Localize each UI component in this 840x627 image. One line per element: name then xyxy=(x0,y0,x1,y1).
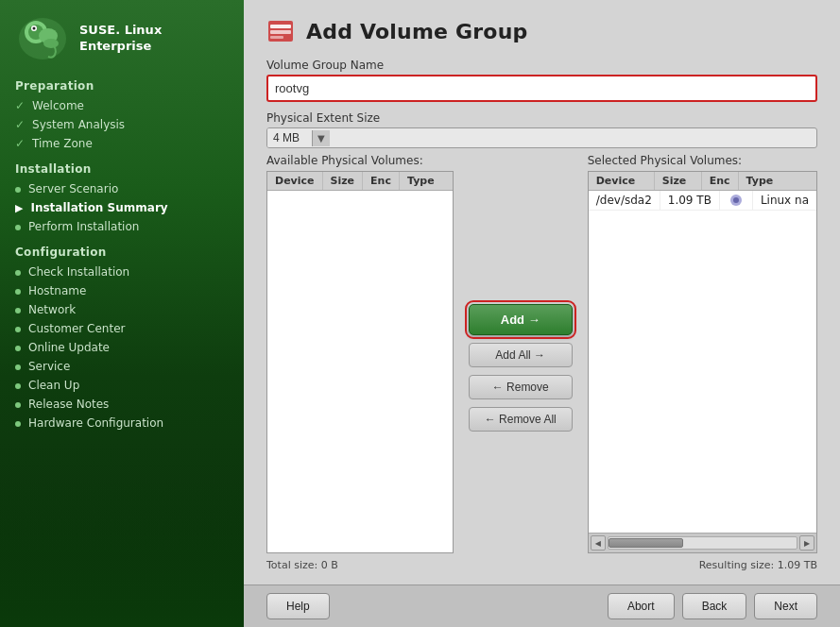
available-volumes-table[interactable]: Device Size Enc Type xyxy=(266,171,454,553)
installation-section-title: Installation xyxy=(0,153,244,179)
sidebar-item-label: Network xyxy=(28,303,76,316)
sidebar-item-perform-installation[interactable]: Perform Installation xyxy=(0,217,244,236)
selected-cell-enc xyxy=(720,191,753,210)
sidebar-item-label: Welcome xyxy=(32,99,84,112)
dot-icon xyxy=(15,265,21,279)
arrow-icon: ▶ xyxy=(15,202,23,214)
extent-size-label: Physical Extent Size xyxy=(266,111,817,125)
sidebar-item-label: Perform Installation xyxy=(28,220,139,233)
sidebar-item-service[interactable]: Service xyxy=(0,357,244,376)
selected-col-enc[interactable]: Enc xyxy=(702,172,739,190)
vg-name-input[interactable] xyxy=(269,77,477,99)
remove-button[interactable]: ← Remove xyxy=(469,375,573,399)
available-volumes-header: Device Size Enc Type xyxy=(267,172,453,191)
sidebar-decoration xyxy=(0,476,244,627)
brand-text: SUSE. Linux Enterprise xyxy=(79,23,162,55)
total-size-value: 0 B xyxy=(321,559,338,571)
dot-icon xyxy=(15,341,21,354)
selected-col-type[interactable]: Type xyxy=(739,172,781,190)
page-title: Add Volume Group xyxy=(306,20,527,43)
middle-buttons: Add → Add All → ← Remove ← Remove All xyxy=(454,154,588,553)
selected-col-size[interactable]: Size xyxy=(655,172,702,190)
sidebar-item-server-scenario[interactable]: Server Scenario xyxy=(0,179,244,198)
scrollbar-thumb xyxy=(609,538,684,548)
sidebar-item-installation-summary[interactable]: ▶ Installation Summary xyxy=(0,198,244,217)
linux-icon xyxy=(728,194,745,207)
selected-volumes-body: /dev/sda2 1.09 TB Linux na xyxy=(589,191,816,408)
available-volumes-panel: Available Physical Volumes: Device Size … xyxy=(266,154,454,553)
sidebar-item-label: Hostname xyxy=(28,284,86,297)
sidebar-item-hostname[interactable]: Hostname xyxy=(0,281,244,300)
main-content: Add Volume Group Volume Group Name Physi… xyxy=(244,0,840,585)
selected-vol-row[interactable]: /dev/sda2 1.09 TB Linux na xyxy=(589,191,816,211)
selected-cell-device: /dev/sda2 xyxy=(589,191,660,210)
brand-line1: SUSE. Linux xyxy=(79,23,162,39)
selected-col-device[interactable]: Device xyxy=(589,172,655,190)
svg-rect-9 xyxy=(270,30,291,34)
page-header: Add Volume Group xyxy=(266,17,817,45)
sidebar-item-label: System Analysis xyxy=(32,118,125,131)
horizontal-scrollbar[interactable]: ◀ ▶ xyxy=(589,533,816,552)
add-button[interactable]: Add → xyxy=(469,304,573,335)
available-volumes-body xyxy=(267,191,453,408)
configuration-section-title: Configuration xyxy=(0,236,244,263)
sidebar-item-welcome[interactable]: ✓ Welcome xyxy=(0,96,244,115)
next-button[interactable]: Next xyxy=(754,593,817,619)
sidebar-item-label: Check Installation xyxy=(28,265,129,279)
sidebar-item-label: Server Scenario xyxy=(28,182,118,195)
sidebar-item-hardware-configuration[interactable]: Hardware Configuration xyxy=(0,414,244,432)
dot-icon xyxy=(15,398,21,411)
volume-group-icon xyxy=(266,17,295,45)
form-section: Volume Group Name Physical Extent Size 1… xyxy=(266,59,817,148)
checkmark-icon: ✓ xyxy=(15,118,25,131)
sidebar-item-clean-up[interactable]: Clean Up xyxy=(0,376,244,395)
checkmark-icon: ✓ xyxy=(15,99,25,112)
selected-volumes-header: Device Size Enc Type xyxy=(589,172,816,191)
scrollbar-track[interactable] xyxy=(608,536,797,550)
total-size-label: Total size: xyxy=(266,559,317,571)
available-volumes-title: Available Physical Volumes: xyxy=(266,154,454,167)
dot-icon xyxy=(15,416,21,430)
dot-icon xyxy=(15,182,21,195)
sidebar-item-system-analysis[interactable]: ✓ System Analysis xyxy=(0,115,244,134)
scrollbar-right-arrow[interactable]: ▶ xyxy=(799,535,814,551)
remove-all-button[interactable]: ← Remove All xyxy=(469,407,573,432)
available-col-device[interactable]: Device xyxy=(267,172,323,190)
selected-volumes-title: Selected Physical Volumes: xyxy=(588,154,817,167)
vg-name-label: Volume Group Name xyxy=(266,59,817,72)
suse-logo-icon xyxy=(15,15,70,62)
available-col-enc[interactable]: Enc xyxy=(363,172,400,190)
sidebar-item-network[interactable]: Network xyxy=(0,300,244,319)
back-button[interactable]: Back xyxy=(682,593,747,619)
footer-right-buttons: Abort Back Next xyxy=(608,593,817,619)
checkmark-icon: ✓ xyxy=(15,137,25,150)
dot-icon xyxy=(15,284,21,297)
sidebar-item-label: Online Update xyxy=(28,341,110,354)
sidebar-item-customer-center[interactable]: Customer Center xyxy=(0,319,244,338)
selected-cell-size: 1.09 TB xyxy=(660,191,720,210)
available-col-type[interactable]: Type xyxy=(400,172,442,190)
volumes-area: Available Physical Volumes: Device Size … xyxy=(266,154,817,553)
extent-size-select[interactable]: 1 MB 2 MB 4 MB 8 MB 16 MB 32 MB xyxy=(267,128,312,147)
sidebar-item-online-update[interactable]: Online Update xyxy=(0,338,244,357)
sidebar-item-check-installation[interactable]: Check Installation xyxy=(0,263,244,281)
available-col-size[interactable]: Size xyxy=(323,172,364,190)
dot-icon xyxy=(15,220,21,233)
help-button[interactable]: Help xyxy=(266,593,330,619)
sidebar-item-label: Clean Up xyxy=(28,379,79,392)
bottom-bar: Total size: 0 B Resulting size: 1.09 TB xyxy=(266,553,817,575)
sidebar-item-label: Installation Summary xyxy=(30,201,167,214)
preparation-section-title: Preparation xyxy=(0,70,244,96)
sidebar-item-label: Release Notes xyxy=(28,398,109,411)
resulting-size-label: Resulting size: xyxy=(699,559,775,571)
main-panel: Add Volume Group Volume Group Name Physi… xyxy=(244,0,840,627)
abort-button[interactable]: Abort xyxy=(608,593,675,619)
extent-dropdown-button[interactable]: ▼ xyxy=(312,130,330,146)
sidebar-item-label: Customer Center xyxy=(28,322,126,335)
sidebar-item-label: Hardware Configuration xyxy=(28,416,163,430)
vg-name-input-wrapper xyxy=(266,75,817,102)
sidebar-item-time-zone[interactable]: ✓ Time Zone xyxy=(0,134,244,153)
add-all-button[interactable]: Add All → xyxy=(469,343,573,367)
scrollbar-left-arrow[interactable]: ◀ xyxy=(591,535,606,551)
sidebar-item-release-notes[interactable]: Release Notes xyxy=(0,395,244,414)
